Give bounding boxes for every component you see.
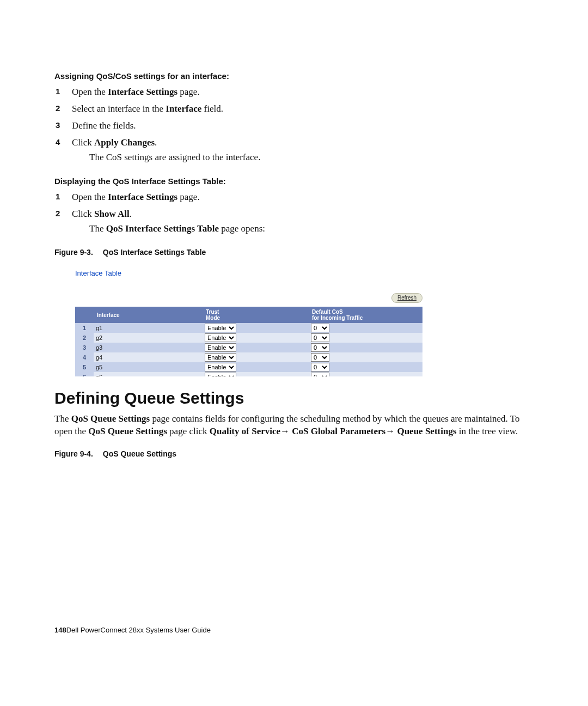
default-cos-select[interactable]: 0 [311, 343, 329, 352]
trust-mode-select[interactable]: Enable [205, 324, 236, 332]
trust-mode-select[interactable]: Enable [205, 373, 236, 376]
table-row: 3g3Enable0 [75, 343, 422, 352]
row-interface: g1 [94, 323, 203, 333]
default-cos-select[interactable]: 0 [311, 324, 329, 332]
table-row: 5g5Enable0 [75, 362, 422, 372]
row-index: 1 [75, 323, 94, 333]
trust-mode-select[interactable]: Enable [205, 343, 236, 352]
s2-step-1: 1Open the Interface Settings page. [72, 191, 534, 204]
default-cos-select[interactable]: 0 [311, 363, 329, 372]
trust-mode-select[interactable]: Enable [205, 333, 236, 342]
figure-9-4-caption: Figure 9-4.QoS Queue Settings [54, 449, 534, 459]
row-interface: g4 [94, 352, 203, 362]
section2-title: Displaying the QoS Interface Settings Ta… [54, 176, 534, 187]
section1-title: Assigning QoS/CoS settings for an interf… [54, 71, 534, 82]
table-row: 1g1Enable0 [75, 323, 422, 333]
s1-step-3: 3Define the fields. [72, 120, 534, 132]
row-index: 3 [75, 343, 94, 352]
queue-paragraph: The QoS Queue Settings page contains fie… [54, 413, 534, 438]
table-row: 2g2Enable0 [75, 333, 422, 343]
interface-table: Interface TrustMode Default CoSfor Incom… [75, 307, 422, 376]
row-index: 5 [75, 362, 94, 372]
row-interface: g3 [94, 343, 203, 352]
row-index: 2 [75, 333, 94, 343]
row-index: 6 [75, 372, 94, 376]
default-cos-select[interactable]: 0 [311, 373, 329, 376]
s1-result: The CoS settings are assigned to the int… [89, 151, 534, 164]
s1-step-2: 2Select an interface in the Interface fi… [72, 103, 534, 115]
s1-step-4: 4Click Apply Changes. The CoS settings a… [72, 137, 534, 164]
queue-heading: Defining Queue Settings [54, 387, 534, 410]
interface-table-heading: Interface Table [75, 269, 422, 278]
row-interface: g6 [94, 372, 203, 376]
table-row: 4g4Enable0 [75, 352, 422, 362]
trust-mode-select[interactable]: Enable [205, 363, 236, 372]
col-idx [75, 307, 94, 323]
s1-step-1: 1Open the Interface Settings page. [72, 86, 534, 99]
figure-9-3-caption: Figure 9-3.QoS Interface Settings Table [54, 247, 534, 258]
row-index: 4 [75, 352, 94, 362]
s2-result: The QoS Interface Settings Table page op… [89, 223, 534, 235]
s2-step-2: 2Click Show All. The QoS Interface Setti… [72, 208, 534, 235]
table-row: 6g6Enable0 [75, 372, 422, 376]
row-interface: g5 [94, 362, 203, 372]
refresh-button[interactable]: Refresh [391, 293, 422, 303]
page-footer: 148Dell PowerConnect 28xx Systems User G… [54, 625, 211, 635]
row-interface: g2 [94, 333, 203, 343]
col-trust-mode: TrustMode [203, 307, 309, 323]
col-default-cos: Default CoSfor Incoming Traffic [309, 307, 422, 323]
default-cos-select[interactable]: 0 [311, 333, 329, 342]
col-interface: Interface [94, 307, 203, 323]
default-cos-select[interactable]: 0 [311, 353, 329, 362]
trust-mode-select[interactable]: Enable [205, 353, 236, 362]
